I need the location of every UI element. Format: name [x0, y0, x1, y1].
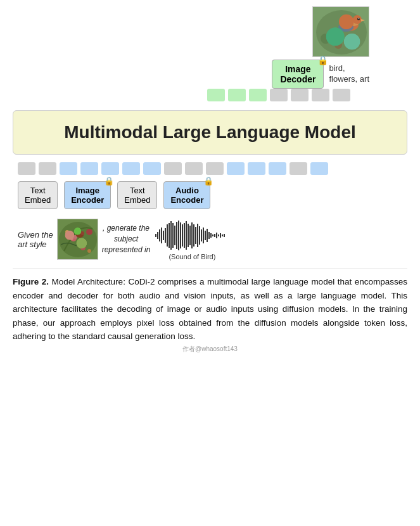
svg-point-22 — [80, 231, 84, 235]
page: 🔒 ImageDecoder bird,flowers, art Multimo… — [0, 0, 420, 366]
svg-rect-38 — [184, 223, 185, 248]
svg-point-14 — [70, 235, 77, 241]
text-embed-box-1: TextEmbed — [18, 181, 58, 209]
caption-text: Model Architecture: CoDi-2 comprises a m… — [13, 277, 407, 341]
token-block — [122, 162, 140, 175]
svg-rect-40 — [188, 224, 189, 247]
figure-caption: Figure 2. Model Architecture: CoDi-2 com… — [13, 268, 407, 343]
flower-image — [57, 219, 98, 260]
token-block — [270, 89, 288, 101]
decoder-tags: bird,flowers, art — [329, 63, 369, 85]
svg-point-8 — [353, 15, 362, 24]
token-block — [310, 162, 328, 175]
svg-point-10 — [357, 18, 360, 20]
token-block — [290, 162, 307, 175]
svg-rect-58 — [222, 234, 223, 236]
svg-rect-37 — [182, 224, 183, 247]
svg-point-4 — [334, 41, 342, 49]
svg-rect-39 — [186, 221, 187, 250]
token-block — [249, 89, 267, 101]
svg-rect-0 — [313, 7, 369, 57]
svg-rect-29 — [167, 224, 168, 247]
token-block — [207, 89, 225, 101]
svg-rect-41 — [189, 226, 191, 245]
token-block — [228, 89, 246, 101]
token-block — [291, 89, 309, 101]
mllm-section: Multimodal Large Language Model — [13, 110, 407, 155]
svg-point-5 — [341, 18, 359, 31]
input-row: Given theart style — [13, 218, 407, 260]
svg-rect-43 — [193, 224, 194, 247]
svg-rect-44 — [195, 227, 196, 244]
svg-rect-33 — [174, 226, 175, 245]
lock-icon-encoder: 🔒 — [104, 176, 114, 186]
token-block — [248, 162, 265, 175]
svg-point-15 — [70, 236, 73, 240]
token-block — [101, 162, 119, 175]
svg-rect-36 — [180, 222, 181, 248]
token-row-top — [207, 89, 369, 101]
svg-rect-49 — [205, 231, 206, 240]
art-style-text: Given theart style — [18, 230, 53, 249]
watermark: 作者@whaosoft143 — [13, 345, 407, 354]
top-section: 🔒 ImageDecoder bird,flowers, art — [13, 6, 407, 106]
svg-point-21 — [76, 233, 84, 238]
svg-rect-35 — [178, 221, 179, 250]
svg-rect-12 — [58, 219, 98, 260]
audio-container: (Sound of Bird) — [154, 218, 230, 260]
svg-point-16 — [73, 235, 77, 239]
svg-rect-54 — [214, 234, 215, 237]
svg-point-7 — [338, 23, 353, 32]
svg-rect-24 — [157, 232, 158, 239]
svg-point-17 — [80, 245, 86, 250]
token-block — [143, 162, 161, 175]
svg-rect-52 — [210, 233, 212, 238]
svg-rect-55 — [216, 233, 217, 238]
image-decoder-box: 🔒 ImageDecoder — [272, 60, 324, 89]
svg-rect-53 — [212, 234, 213, 236]
svg-point-1 — [316, 10, 367, 55]
svg-rect-48 — [203, 228, 204, 243]
svg-point-13 — [59, 222, 97, 257]
svg-rect-51 — [208, 232, 210, 239]
svg-rect-47 — [201, 229, 202, 241]
svg-rect-42 — [191, 222, 193, 248]
lock-icon: 🔒 — [317, 55, 328, 65]
svg-rect-57 — [220, 233, 221, 238]
token-block — [269, 162, 286, 175]
decoder-row: 🔒 ImageDecoder bird,flowers, art — [272, 60, 369, 89]
svg-rect-34 — [176, 222, 177, 249]
token-block — [18, 162, 35, 175]
svg-marker-9 — [361, 19, 365, 22]
audio-waveform — [154, 218, 230, 253]
svg-point-20 — [87, 249, 91, 253]
token-block — [312, 89, 329, 101]
svg-point-19 — [65, 230, 69, 234]
token-block — [39, 162, 56, 175]
svg-rect-56 — [218, 234, 219, 236]
svg-rect-25 — [159, 229, 160, 241]
svg-point-6 — [349, 18, 359, 26]
token-block — [80, 162, 98, 175]
image-encoder-box: 🔒 ImageEncoder — [64, 181, 111, 209]
svg-rect-30 — [169, 223, 170, 248]
token-row-mid — [13, 162, 407, 175]
token-block — [227, 162, 245, 175]
svg-point-2 — [321, 34, 331, 44]
svg-rect-23 — [155, 234, 156, 237]
mllm-title: Multimodal Large Language Model — [20, 122, 400, 143]
audio-encoder-box: 🔒 AudioEncoder — [163, 181, 210, 209]
svg-point-3 — [350, 37, 359, 46]
token-block — [60, 162, 77, 175]
token-block — [164, 162, 182, 175]
svg-rect-28 — [165, 228, 166, 243]
svg-rect-26 — [161, 228, 162, 243]
text-embed-box-2: TextEmbed — [117, 181, 157, 209]
bird-image — [312, 6, 369, 57]
lock-icon-audio: 🔒 — [203, 176, 213, 186]
svg-rect-45 — [197, 224, 198, 247]
svg-rect-50 — [207, 229, 208, 242]
svg-rect-46 — [199, 226, 200, 245]
svg-rect-59 — [224, 234, 225, 237]
decoder-label: ImageDecoder — [280, 64, 315, 84]
